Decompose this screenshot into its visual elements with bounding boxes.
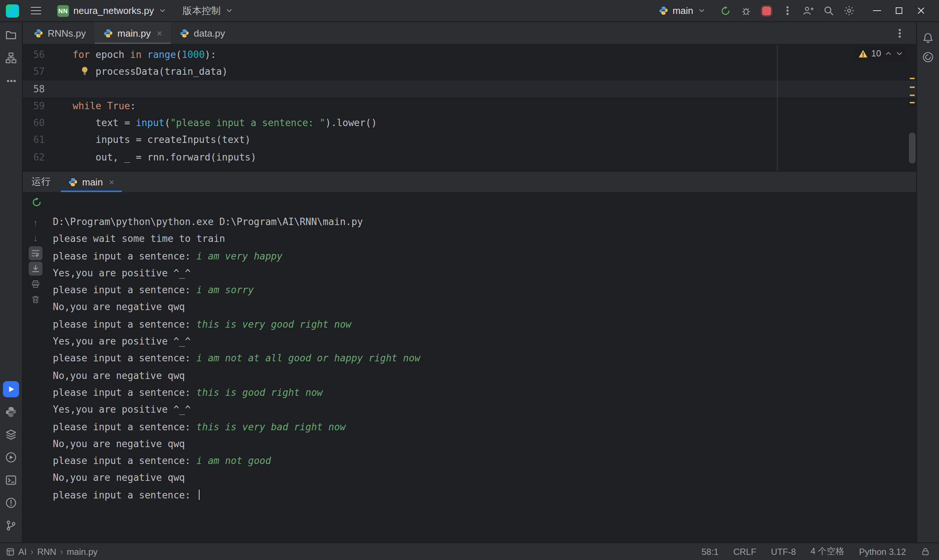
editor-scrollbar[interactable] bbox=[908, 45, 916, 171]
maximize-button[interactable] bbox=[888, 1, 910, 20]
console-stdin-text: this is very bad right now bbox=[196, 421, 345, 432]
run-icon-active bbox=[3, 381, 19, 397]
packages-toolwindow-button[interactable] bbox=[2, 426, 20, 443]
code-line-56[interactable]: 56for epoch in range(1000): bbox=[23, 46, 916, 63]
rerun-button[interactable] bbox=[716, 2, 735, 19]
code-line-58[interactable]: 58 bbox=[23, 80, 916, 97]
file-encoding[interactable]: UTF-8 bbox=[771, 546, 796, 557]
console-line: Yes,you are positive ^_^ bbox=[53, 333, 916, 350]
code-line-62[interactable]: 62 out, _ = rnn.forward(inputs) bbox=[23, 149, 916, 166]
python-interpreter[interactable]: Python 3.12 bbox=[859, 546, 906, 557]
settings-button[interactable] bbox=[839, 2, 858, 19]
next-problem-icon[interactable] bbox=[896, 50, 903, 57]
console-stdout-text: please input a sentence: bbox=[53, 387, 196, 398]
code-text: for epoch in range(1000): bbox=[45, 46, 916, 63]
notifications-button[interactable] bbox=[919, 29, 937, 47]
warning-stripe-mark bbox=[910, 78, 915, 79]
add-user-icon bbox=[802, 5, 813, 16]
line-number: 60 bbox=[23, 114, 45, 132]
breadcrumb-item[interactable]: main.py bbox=[67, 546, 97, 557]
console-output[interactable]: D:\Program\python\python.exe D:\Program\… bbox=[48, 212, 916, 542]
vcs-widget[interactable]: 版本控制 bbox=[178, 2, 238, 19]
run-config-widget[interactable]: main bbox=[654, 3, 710, 18]
console-line: please input a sentence: bbox=[53, 487, 916, 504]
up-stacktrace-button[interactable]: ↑ bbox=[29, 215, 43, 229]
code-editor[interactable]: 56for epoch in range(1000):57 processDat… bbox=[23, 45, 916, 171]
print-button[interactable] bbox=[29, 277, 43, 291]
minimize-button[interactable] bbox=[866, 1, 888, 20]
close-button[interactable] bbox=[910, 1, 932, 20]
problems-toolwindow-button[interactable] bbox=[2, 494, 20, 512]
code-line-57[interactable]: 57 processData(train_data) bbox=[23, 63, 916, 81]
rerun-button[interactable] bbox=[32, 197, 42, 208]
console-line: please input a sentence: i am not good bbox=[53, 452, 916, 469]
soft-wrap-button[interactable] bbox=[29, 246, 43, 260]
debug-button[interactable] bbox=[737, 2, 756, 19]
scrollbar-thumb[interactable] bbox=[909, 133, 916, 163]
console-stdout-text: please input a sentence: bbox=[53, 421, 196, 432]
code-line-60[interactable]: 60 text = input("please input a sentence… bbox=[23, 114, 916, 132]
line-separator[interactable]: CRLF bbox=[733, 546, 756, 557]
more-actions-button[interactable] bbox=[778, 2, 797, 19]
project-badge: NN bbox=[57, 5, 69, 17]
clear-console-button[interactable] bbox=[29, 292, 43, 306]
run-toolwindow-header: 运行 main × bbox=[23, 171, 916, 192]
code-line-61[interactable]: 61 inputs = createInputs(text) bbox=[23, 132, 916, 149]
structure-toolwindow-button[interactable] bbox=[2, 49, 20, 67]
line-number: 61 bbox=[23, 132, 45, 149]
breadcrumb-item[interactable]: RNN bbox=[37, 546, 56, 557]
tab-options-button[interactable] bbox=[891, 25, 907, 41]
close-tab-icon[interactable]: × bbox=[109, 177, 114, 186]
kebab-icon bbox=[786, 9, 788, 12]
caret-position[interactable]: 58:1 bbox=[701, 546, 719, 557]
down-stacktrace-button[interactable]: ↓ bbox=[29, 231, 43, 245]
editor-tab-main[interactable]: main.py × bbox=[95, 22, 171, 44]
console-line: please input a sentence: i am very happy bbox=[53, 248, 916, 265]
services-toolwindow-button[interactable] bbox=[2, 449, 20, 466]
line-number: 62 bbox=[23, 149, 45, 166]
code-with-me-button[interactable] bbox=[798, 2, 817, 19]
chevron-down-icon bbox=[698, 6, 706, 15]
run-toolwindow-button[interactable] bbox=[2, 380, 20, 398]
ellipsis-icon bbox=[10, 80, 12, 82]
python-file-icon bbox=[103, 28, 113, 38]
terminal-toolwindow-button[interactable] bbox=[2, 471, 20, 489]
scroll-to-end-button[interactable] bbox=[29, 262, 43, 275]
lock-button[interactable] bbox=[920, 547, 930, 556]
vcs-toolwindow-button[interactable] bbox=[2, 517, 20, 534]
close-tab-icon[interactable]: × bbox=[157, 28, 162, 38]
right-tool-strip bbox=[916, 22, 939, 542]
more-toolwindows-button[interactable] bbox=[2, 72, 20, 89]
tab-label: main.py bbox=[117, 28, 151, 38]
warning-icon bbox=[858, 49, 868, 58]
python-console-toolwindow-button[interactable] bbox=[2, 403, 20, 421]
layers-icon bbox=[5, 429, 17, 440]
console-stdout-text: Yes,you are positive ^_^ bbox=[53, 268, 191, 278]
search-everywhere-button[interactable] bbox=[819, 2, 838, 19]
inspections-widget[interactable]: 10 bbox=[855, 47, 906, 60]
console-stdin-text: i am sorry bbox=[196, 285, 254, 295]
console-line: please input a sentence: i am not at all… bbox=[53, 350, 916, 367]
editor-tab-rnns[interactable]: RNNs.py bbox=[25, 22, 95, 44]
project-widget[interactable]: NN neura_networks.py bbox=[53, 3, 171, 19]
main-menu-button[interactable] bbox=[26, 2, 45, 19]
ai-assistant-button[interactable] bbox=[919, 48, 937, 66]
code-lines: 56for epoch in range(1000):57 processDat… bbox=[23, 45, 916, 166]
breadcrumb-item[interactable]: AI bbox=[19, 546, 27, 557]
chevron-down-icon bbox=[225, 6, 233, 15]
code-line-59[interactable]: 59while True: bbox=[23, 97, 916, 115]
run-tab-main[interactable]: main × bbox=[61, 172, 122, 192]
prev-problem-icon[interactable] bbox=[885, 50, 892, 57]
stop-button[interactable] bbox=[757, 2, 776, 19]
intention-bulb-icon[interactable] bbox=[80, 66, 90, 77]
editor-tab-data[interactable]: data.py bbox=[171, 22, 234, 44]
python-file-icon bbox=[180, 28, 189, 38]
pycharm-logo-icon[interactable] bbox=[6, 4, 19, 17]
run-tab-label: main bbox=[82, 176, 103, 187]
arrow-down-icon: ↓ bbox=[33, 233, 38, 243]
rerun-icon bbox=[720, 6, 731, 16]
lock-icon bbox=[920, 547, 930, 556]
project-toolwindow-button[interactable] bbox=[2, 26, 20, 44]
indent-style[interactable]: 4 个空格 bbox=[811, 545, 844, 558]
gear-icon bbox=[843, 5, 854, 16]
